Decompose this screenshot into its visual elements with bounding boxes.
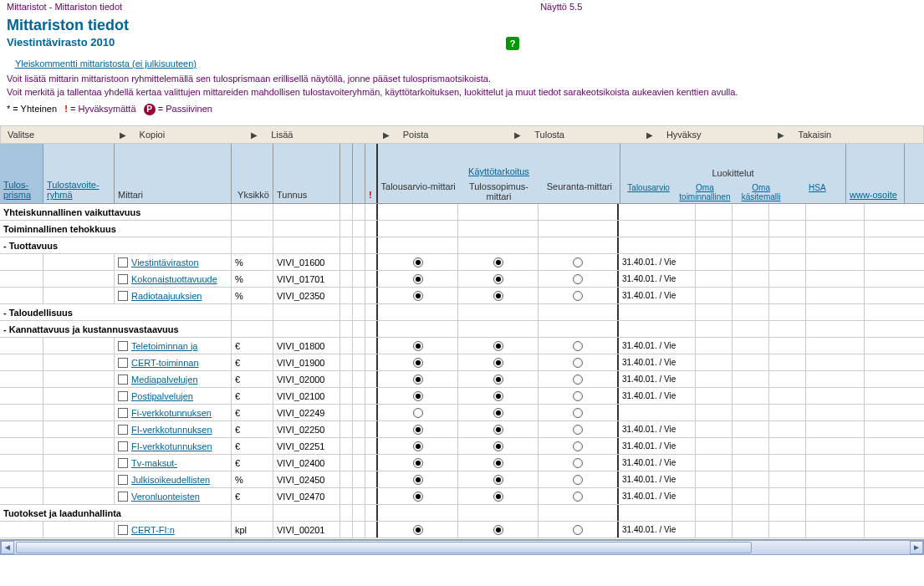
radio-button[interactable] xyxy=(573,274,583,284)
mittari-link[interactable]: FI-verkkotunnuksen xyxy=(131,425,212,435)
mittari-link[interactable]: Postipalvelujen xyxy=(131,391,193,401)
mittari-link[interactable]: FI-verkkotunnuksen xyxy=(131,441,212,451)
radio-button[interactable] xyxy=(573,441,583,451)
checkbox[interactable] xyxy=(118,291,128,301)
mittari-link[interactable]: Julkisoikeudellisten xyxy=(131,475,210,485)
table-row: FI-verkkotunnuksen€VIVI_0225131.40.01. /… xyxy=(0,438,924,455)
checkbox[interactable] xyxy=(118,408,128,418)
radio-button[interactable] xyxy=(493,525,503,535)
radio-button[interactable] xyxy=(413,358,423,368)
menu-lisaa[interactable]: Lisää▶ xyxy=(264,128,396,141)
radio-button[interactable] xyxy=(413,425,423,435)
group-row: Toiminnallinen tehokkuus xyxy=(0,221,924,237)
header-oma-kasitemalli[interactable]: Oma käsitemalli xyxy=(733,181,789,203)
checkbox[interactable] xyxy=(118,458,128,468)
radio-button[interactable] xyxy=(413,475,423,485)
radio-button[interactable] xyxy=(573,341,583,351)
radio-button[interactable] xyxy=(493,358,503,368)
help-icon[interactable]: ? xyxy=(506,37,519,50)
checkbox[interactable] xyxy=(118,425,128,435)
mittari-link[interactable]: Radiotaajuuksien xyxy=(131,291,202,301)
scroll-right-icon[interactable]: ► xyxy=(910,541,923,554)
radio-button[interactable] xyxy=(413,408,423,418)
radio-button[interactable] xyxy=(413,525,423,535)
mittari-link[interactable]: Tv-maksut- xyxy=(131,458,177,468)
radio-button[interactable] xyxy=(413,441,423,451)
table-row: Viestintäviraston%VIVI_0160031.40.01. / … xyxy=(0,254,924,271)
menu-poista[interactable]: Poista▶ xyxy=(396,128,528,141)
radio-button[interactable] xyxy=(573,492,583,502)
header-oma-toiminnallinen[interactable]: Oma toiminnallinen xyxy=(676,181,733,203)
checkbox[interactable] xyxy=(118,391,128,401)
menu-kopioi[interactable]: Kopioi▶ xyxy=(133,128,265,141)
checkbox[interactable] xyxy=(118,274,128,284)
radio-button[interactable] xyxy=(413,458,423,468)
radio-button[interactable] xyxy=(573,525,583,535)
header-ryhma[interactable]: Tulostavoite-ryhmä xyxy=(47,180,110,200)
radio-button[interactable] xyxy=(413,257,423,268)
header-hsa[interactable]: HSA xyxy=(789,181,845,203)
radio-button[interactable] xyxy=(493,291,503,301)
mittari-link[interactable]: CERT-toiminnan xyxy=(131,358,199,368)
mittari-link[interactable]: Teletoiminnan ja xyxy=(131,341,198,351)
header-kaytto[interactable]: Käyttötarkoitus xyxy=(468,166,529,176)
radio-button[interactable] xyxy=(573,425,583,435)
mittari-link[interactable]: Fi-verkkotunnuksen xyxy=(131,408,212,418)
radio-button[interactable] xyxy=(413,375,423,385)
menu-tulosta[interactable]: Tulosta▶ xyxy=(528,128,660,141)
radio-button[interactable] xyxy=(493,492,503,502)
checkbox[interactable] xyxy=(118,492,128,502)
radio-button[interactable] xyxy=(573,291,583,301)
radio-button[interactable] xyxy=(573,358,583,368)
mittari-link[interactable]: Veronluonteisten xyxy=(131,492,200,502)
radio-button[interactable] xyxy=(413,291,423,301)
header-tulosprisma[interactable]: Tulos-prisma xyxy=(3,180,39,200)
comment-link[interactable]: Yleiskommentti mittaristosta (ei julkisu… xyxy=(0,48,203,72)
table-row: Teletoiminnan ja€VIVI_0180031.40.01. / V… xyxy=(0,338,924,354)
checkbox[interactable] xyxy=(118,441,128,451)
radio-button[interactable] xyxy=(493,341,503,351)
mittari-link[interactable]: Mediapalvelujen xyxy=(131,375,198,385)
radio-button[interactable] xyxy=(493,391,503,401)
radio-button[interactable] xyxy=(413,391,423,401)
checkbox[interactable] xyxy=(118,375,128,385)
radio-button[interactable] xyxy=(573,375,583,385)
horizontal-scrollbar[interactable]: ◄ ► xyxy=(0,540,924,555)
radio-button[interactable] xyxy=(493,408,503,418)
table-row: Radiotaajuuksien%VIVI_0235031.40.01. / V… xyxy=(0,288,924,304)
checkbox[interactable] xyxy=(118,525,128,535)
radio-button[interactable] xyxy=(413,274,423,284)
checkbox[interactable] xyxy=(118,341,128,351)
header-talousarvio[interactable]: Talousarvio xyxy=(620,181,676,203)
table-body[interactable]: Yhteiskunnallinen vaikuttavuusToiminnall… xyxy=(0,204,924,540)
radio-button[interactable] xyxy=(493,375,503,385)
mittari-link[interactable]: Kokonaistuottavuude xyxy=(131,274,217,284)
scroll-thumb[interactable] xyxy=(16,542,752,553)
radio-button[interactable] xyxy=(493,274,503,284)
radio-button[interactable] xyxy=(493,441,503,451)
radio-button[interactable] xyxy=(493,475,503,485)
page-title: Mittariston tiedot xyxy=(7,17,917,34)
checkbox[interactable] xyxy=(118,257,128,268)
menubar: Valitse▶ Kopioi▶ Lisää▶ Poista▶ Tulosta▶… xyxy=(0,125,924,144)
radio-button[interactable] xyxy=(573,458,583,468)
header-mittari: Mittari xyxy=(118,190,227,200)
radio-button[interactable] xyxy=(573,408,583,418)
mittari-link[interactable]: CERT-FI:n xyxy=(131,525,175,535)
menu-valitse[interactable]: Valitse▶ xyxy=(1,128,133,141)
scroll-left-icon[interactable]: ◄ xyxy=(1,541,14,554)
radio-button[interactable] xyxy=(493,257,503,268)
mittari-link[interactable]: Viestintäviraston xyxy=(131,257,199,268)
header-www[interactable]: www-osoite xyxy=(850,190,901,200)
radio-button[interactable] xyxy=(493,458,503,468)
checkbox[interactable] xyxy=(118,358,128,368)
radio-button[interactable] xyxy=(573,391,583,401)
radio-button[interactable] xyxy=(413,341,423,351)
radio-button[interactable] xyxy=(573,257,583,268)
radio-button[interactable] xyxy=(413,492,423,502)
menu-hyvaksy[interactable]: Hyväksy▶ xyxy=(660,128,792,141)
menu-takaisin[interactable]: Takaisin xyxy=(791,128,923,141)
radio-button[interactable] xyxy=(493,425,503,435)
radio-button[interactable] xyxy=(573,475,583,485)
checkbox[interactable] xyxy=(118,475,128,485)
